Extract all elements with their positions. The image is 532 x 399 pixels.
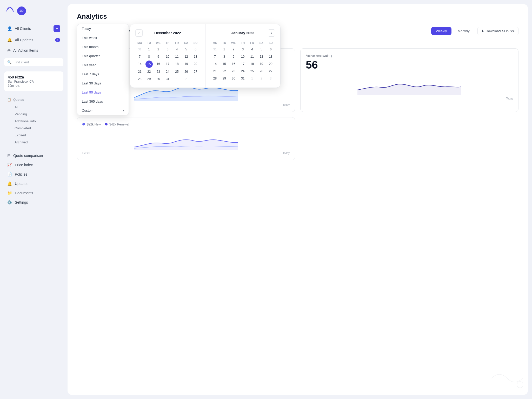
search-box[interactable]: 🔍 Find client: [4, 58, 63, 66]
cal-day[interactable]: 3: [191, 76, 200, 82]
cal-day[interactable]: 19: [182, 61, 191, 68]
cal-day[interactable]: 24: [238, 68, 247, 75]
cal-day[interactable]: 15: [220, 61, 229, 67]
quotes-completed[interactable]: Completed: [11, 125, 63, 132]
cal-day[interactable]: 2: [182, 76, 191, 82]
cal-day[interactable]: 29: [145, 76, 154, 82]
cal-day[interactable]: 16: [229, 61, 238, 67]
cal-day[interactable]: 17: [238, 61, 247, 67]
cal-day[interactable]: 2: [229, 46, 238, 53]
sidebar-item-updates[interactable]: 🔔 Updates: [4, 179, 63, 188]
cal-day[interactable]: 1: [220, 46, 229, 53]
next-month-button[interactable]: ›: [268, 29, 275, 37]
cal-day[interactable]: 4: [248, 46, 257, 53]
cal-day[interactable]: 5: [257, 46, 266, 53]
quotes-archived[interactable]: Archived: [11, 139, 63, 146]
dropdown-this-month[interactable]: This month: [77, 42, 129, 51]
cal-day[interactable]: 1: [248, 75, 257, 82]
cal-day[interactable]: 26: [182, 68, 191, 75]
cal-day[interactable]: 31: [135, 46, 144, 53]
cal-day[interactable]: 25: [248, 68, 257, 75]
cal-day[interactable]: 29: [220, 75, 229, 82]
dropdown-custom[interactable]: Custom ›: [77, 106, 129, 115]
dropdown-last-365[interactable]: Last 365 days: [77, 97, 129, 106]
cal-day[interactable]: 18: [172, 61, 181, 68]
cal-day[interactable]: 30: [229, 75, 238, 82]
dropdown-last-30[interactable]: Last 30 days: [77, 79, 129, 88]
cal-day[interactable]: 28: [135, 76, 144, 82]
cal-day[interactable]: 3: [238, 46, 247, 53]
cal-day[interactable]: 22: [220, 68, 229, 75]
cal-day-selected[interactable]: 15: [145, 61, 153, 68]
cal-day[interactable]: 22: [145, 68, 154, 75]
cal-day[interactable]: 1: [145, 46, 154, 53]
cal-day[interactable]: 19: [257, 61, 266, 67]
cal-day[interactable]: 9: [154, 53, 163, 60]
sidebar-item-action-items[interactable]: ◎ All Action Items: [4, 46, 63, 55]
cal-day[interactable]: 30: [154, 76, 163, 82]
cal-day[interactable]: 11: [248, 53, 257, 60]
cal-day[interactable]: 8: [145, 53, 154, 60]
sidebar-item-all-clients[interactable]: 👤 All Clients +: [4, 23, 63, 34]
quotes-pending[interactable]: Pending: [11, 111, 63, 118]
client-card[interactable]: 450 Pizza San Francisco, CA 10m rev.: [4, 71, 63, 91]
sidebar-item-quote-comparison[interactable]: ⊞ Quote comparison: [4, 151, 63, 160]
cal-day[interactable]: 12: [182, 53, 191, 60]
cal-day[interactable]: 31: [211, 46, 220, 53]
cal-day[interactable]: 8: [220, 53, 229, 60]
cal-day[interactable]: 5: [182, 46, 191, 53]
cal-day[interactable]: 1: [172, 76, 181, 82]
quotes-all[interactable]: All: [11, 104, 63, 111]
sidebar-item-all-updates[interactable]: 🔔 All Updates 1: [4, 35, 63, 45]
cal-day[interactable]: 4: [172, 46, 181, 53]
monthly-toggle[interactable]: Monthly: [453, 27, 474, 35]
cal-day[interactable]: 27: [266, 68, 275, 75]
cal-day[interactable]: 3: [163, 46, 172, 53]
cal-day[interactable]: 2: [257, 75, 266, 82]
cal-day[interactable]: 14: [211, 61, 220, 67]
cal-day[interactable]: 7: [135, 53, 144, 60]
sidebar-item-price-index[interactable]: 📈 Price index: [4, 160, 63, 170]
cal-day[interactable]: 2: [154, 46, 163, 53]
cal-day[interactable]: 13: [191, 53, 200, 60]
dropdown-this-quarter[interactable]: This quarter: [77, 51, 129, 61]
dropdown-last-7[interactable]: Last 7 days: [77, 70, 129, 79]
cal-day[interactable]: 10: [238, 53, 247, 60]
cal-day[interactable]: 18: [248, 61, 257, 67]
quotes-additional-info[interactable]: Additional info: [11, 118, 63, 125]
sidebar-item-settings[interactable]: ⚙️ Settings ›: [4, 198, 63, 207]
cal-day[interactable]: 31: [238, 75, 247, 82]
cal-day[interactable]: 3: [266, 75, 275, 82]
cal-day[interactable]: 25: [172, 68, 181, 75]
cal-day[interactable]: 23: [154, 68, 163, 75]
weekly-toggle[interactable]: Weekly: [431, 27, 451, 35]
dropdown-last-90[interactable]: Last 90 days: [77, 88, 129, 97]
cal-day[interactable]: 11: [172, 53, 181, 60]
dropdown-this-year[interactable]: This year: [77, 61, 129, 70]
cal-day[interactable]: 16: [154, 61, 163, 68]
cal-day[interactable]: 13: [266, 53, 275, 60]
cal-day[interactable]: 17: [163, 61, 172, 68]
quotes-expired[interactable]: Expired: [11, 132, 63, 139]
cal-day[interactable]: 31: [163, 76, 172, 82]
prev-month-button[interactable]: ‹: [135, 29, 143, 37]
sidebar-item-documents[interactable]: 📁 Documents: [4, 188, 63, 198]
cal-day[interactable]: 21: [211, 68, 220, 75]
dropdown-this-week[interactable]: This week: [77, 33, 129, 42]
sidebar-item-policies[interactable]: 📄 Policies: [4, 170, 63, 179]
cal-day[interactable]: 6: [266, 46, 275, 53]
cal-day[interactable]: 28: [211, 75, 220, 82]
cal-day[interactable]: 24: [163, 68, 172, 75]
cal-day[interactable]: 21: [135, 68, 144, 75]
dropdown-today[interactable]: Today: [77, 24, 129, 33]
cal-day[interactable]: 9: [229, 53, 238, 60]
add-client-button[interactable]: +: [54, 25, 60, 32]
cal-day[interactable]: 26: [257, 68, 266, 75]
cal-day[interactable]: 27: [191, 68, 200, 75]
cal-day[interactable]: 7: [211, 53, 220, 60]
cal-day[interactable]: 6: [191, 46, 200, 53]
cal-day[interactable]: 20: [266, 61, 275, 67]
cal-day[interactable]: 10: [163, 53, 172, 60]
cal-day[interactable]: 20: [191, 61, 200, 68]
cal-day[interactable]: 23: [229, 68, 238, 75]
